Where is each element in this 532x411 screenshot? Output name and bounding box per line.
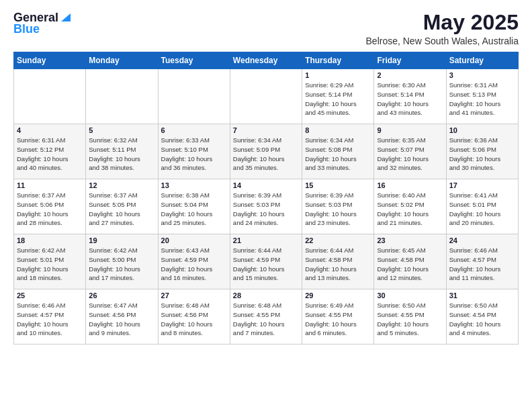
day-number: 5 xyxy=(89,126,154,134)
day-number: 24 xyxy=(449,236,515,244)
calendar-cell: 19Sunrise: 6:42 AM Sunset: 5:00 PM Dayli… xyxy=(86,234,158,289)
day-info: Sunrise: 6:29 AM Sunset: 5:14 PM Dayligh… xyxy=(305,81,371,118)
day-number: 11 xyxy=(17,181,83,189)
calendar-cell: 24Sunrise: 6:46 AM Sunset: 4:57 PM Dayli… xyxy=(446,234,518,289)
day-number: 26 xyxy=(89,291,154,300)
day-number: 8 xyxy=(305,126,371,134)
calendar-cell: 2Sunrise: 6:30 AM Sunset: 5:14 PM Daylig… xyxy=(374,69,446,124)
day-info: Sunrise: 6:35 AM Sunset: 5:07 PM Dayligh… xyxy=(377,136,443,173)
day-number: 12 xyxy=(89,181,154,189)
calendar-week-row: 4Sunrise: 6:31 AM Sunset: 5:12 PM Daylig… xyxy=(14,124,519,179)
calendar-cell: 14Sunrise: 6:39 AM Sunset: 5:03 PM Dayli… xyxy=(230,179,302,234)
day-number: 27 xyxy=(161,291,227,300)
day-number: 1 xyxy=(305,71,371,79)
day-number: 29 xyxy=(305,291,371,300)
day-info: Sunrise: 6:36 AM Sunset: 5:06 PM Dayligh… xyxy=(449,136,515,173)
calendar-cell: 31Sunrise: 6:50 AM Sunset: 4:54 PM Dayli… xyxy=(446,289,518,345)
day-info: Sunrise: 6:48 AM Sunset: 4:56 PM Dayligh… xyxy=(161,301,227,338)
calendar-cell: 10Sunrise: 6:36 AM Sunset: 5:06 PM Dayli… xyxy=(446,124,518,179)
day-number: 16 xyxy=(377,181,443,189)
day-info: Sunrise: 6:45 AM Sunset: 4:58 PM Dayligh… xyxy=(377,246,443,283)
calendar-cell: 1Sunrise: 6:29 AM Sunset: 5:14 PM Daylig… xyxy=(302,69,374,124)
calendar-cell: 13Sunrise: 6:38 AM Sunset: 5:04 PM Dayli… xyxy=(158,179,230,234)
calendar-week-row: 1Sunrise: 6:29 AM Sunset: 5:14 PM Daylig… xyxy=(14,69,519,124)
calendar-cell: 4Sunrise: 6:31 AM Sunset: 5:12 PM Daylig… xyxy=(14,124,86,179)
day-info: Sunrise: 6:46 AM Sunset: 4:57 PM Dayligh… xyxy=(17,301,83,338)
day-info: Sunrise: 6:39 AM Sunset: 5:03 PM Dayligh… xyxy=(305,191,371,228)
day-info: Sunrise: 6:37 AM Sunset: 5:05 PM Dayligh… xyxy=(89,191,154,228)
weekday-header-friday: Friday xyxy=(374,52,446,69)
day-number: 13 xyxy=(161,181,227,189)
day-number: 31 xyxy=(449,291,515,300)
day-number: 15 xyxy=(305,181,371,189)
day-info: Sunrise: 6:47 AM Sunset: 4:56 PM Dayligh… xyxy=(89,301,154,338)
day-info: Sunrise: 6:42 AM Sunset: 5:00 PM Dayligh… xyxy=(89,246,154,283)
calendar-cell: 3Sunrise: 6:31 AM Sunset: 5:13 PM Daylig… xyxy=(446,69,518,124)
day-number: 7 xyxy=(233,126,299,134)
calendar-cell: 9Sunrise: 6:35 AM Sunset: 5:07 PM Daylig… xyxy=(374,124,446,179)
day-info: Sunrise: 6:34 AM Sunset: 5:09 PM Dayligh… xyxy=(233,136,299,173)
day-info: Sunrise: 6:34 AM Sunset: 5:08 PM Dayligh… xyxy=(305,136,371,173)
day-info: Sunrise: 6:50 AM Sunset: 4:54 PM Dayligh… xyxy=(449,301,515,338)
calendar-cell: 28Sunrise: 6:48 AM Sunset: 4:55 PM Dayli… xyxy=(230,289,302,345)
calendar-cell: 5Sunrise: 6:32 AM Sunset: 5:11 PM Daylig… xyxy=(86,124,158,179)
day-number: 17 xyxy=(449,181,515,189)
day-info: Sunrise: 6:44 AM Sunset: 4:58 PM Dayligh… xyxy=(305,246,371,283)
calendar-cell: 18Sunrise: 6:42 AM Sunset: 5:01 PM Dayli… xyxy=(14,234,86,289)
day-info: Sunrise: 6:37 AM Sunset: 5:06 PM Dayligh… xyxy=(17,191,83,228)
calendar-cell: 20Sunrise: 6:43 AM Sunset: 4:59 PM Dayli… xyxy=(158,234,230,289)
weekday-header-monday: Monday xyxy=(86,52,158,69)
calendar-cell: 30Sunrise: 6:50 AM Sunset: 4:55 PM Dayli… xyxy=(374,289,446,345)
day-info: Sunrise: 6:39 AM Sunset: 5:03 PM Dayligh… xyxy=(233,191,299,228)
calendar-cell: 11Sunrise: 6:37 AM Sunset: 5:06 PM Dayli… xyxy=(14,179,86,234)
calendar-week-row: 11Sunrise: 6:37 AM Sunset: 5:06 PM Dayli… xyxy=(14,179,519,234)
day-number: 6 xyxy=(161,126,227,134)
calendar-cell: 22Sunrise: 6:44 AM Sunset: 4:58 PM Dayli… xyxy=(302,234,374,289)
calendar-cell: 23Sunrise: 6:45 AM Sunset: 4:58 PM Dayli… xyxy=(374,234,446,289)
day-info: Sunrise: 6:46 AM Sunset: 4:57 PM Dayligh… xyxy=(449,246,515,283)
calendar-cell xyxy=(14,69,86,124)
calendar-cell: 12Sunrise: 6:37 AM Sunset: 5:05 PM Dayli… xyxy=(86,179,158,234)
calendar-cell: 25Sunrise: 6:46 AM Sunset: 4:57 PM Dayli… xyxy=(14,289,86,345)
day-number: 28 xyxy=(233,291,299,300)
calendar-cell: 6Sunrise: 6:33 AM Sunset: 5:10 PM Daylig… xyxy=(158,124,230,179)
weekday-header-sunday: Sunday xyxy=(14,52,86,69)
day-info: Sunrise: 6:42 AM Sunset: 5:01 PM Dayligh… xyxy=(17,246,83,283)
page: General Blue May 2025 Belrose, New South… xyxy=(0,0,532,411)
calendar-title: May 2025 xyxy=(366,11,519,34)
day-number: 18 xyxy=(17,236,83,244)
day-info: Sunrise: 6:38 AM Sunset: 5:04 PM Dayligh… xyxy=(161,191,227,228)
day-number: 25 xyxy=(17,291,83,300)
header: General Blue May 2025 Belrose, New South… xyxy=(13,11,519,46)
day-number: 2 xyxy=(377,71,443,79)
calendar-subtitle: Belrose, New South Wales, Australia xyxy=(366,36,519,46)
day-info: Sunrise: 6:49 AM Sunset: 4:55 PM Dayligh… xyxy=(305,301,371,338)
day-info: Sunrise: 6:31 AM Sunset: 5:12 PM Dayligh… xyxy=(17,136,83,173)
day-number: 10 xyxy=(449,126,515,134)
calendar-cell: 15Sunrise: 6:39 AM Sunset: 5:03 PM Dayli… xyxy=(302,179,374,234)
calendar-cell: 26Sunrise: 6:47 AM Sunset: 4:56 PM Dayli… xyxy=(86,289,158,345)
calendar-cell: 29Sunrise: 6:49 AM Sunset: 4:55 PM Dayli… xyxy=(302,289,374,345)
calendar-cell: 8Sunrise: 6:34 AM Sunset: 5:08 PM Daylig… xyxy=(302,124,374,179)
calendar-cell: 21Sunrise: 6:44 AM Sunset: 4:59 PM Dayli… xyxy=(230,234,302,289)
weekday-header-wednesday: Wednesday xyxy=(230,52,302,69)
day-number: 4 xyxy=(17,126,83,134)
day-number: 23 xyxy=(377,236,443,244)
day-info: Sunrise: 6:40 AM Sunset: 5:02 PM Dayligh… xyxy=(377,191,443,228)
day-info: Sunrise: 6:31 AM Sunset: 5:13 PM Dayligh… xyxy=(449,81,515,118)
weekday-header-row: SundayMondayTuesdayWednesdayThursdayFrid… xyxy=(14,52,519,69)
calendar-cell xyxy=(158,69,230,124)
logo: General Blue xyxy=(13,11,72,36)
calendar-cell: 17Sunrise: 6:41 AM Sunset: 5:01 PM Dayli… xyxy=(446,179,518,234)
day-info: Sunrise: 6:32 AM Sunset: 5:11 PM Dayligh… xyxy=(89,136,154,173)
weekday-header-tuesday: Tuesday xyxy=(158,52,230,69)
title-block: May 2025 Belrose, New South Wales, Austr… xyxy=(366,11,519,46)
weekday-header-saturday: Saturday xyxy=(446,52,518,69)
calendar-cell: 7Sunrise: 6:34 AM Sunset: 5:09 PM Daylig… xyxy=(230,124,302,179)
calendar-week-row: 25Sunrise: 6:46 AM Sunset: 4:57 PM Dayli… xyxy=(14,289,519,345)
calendar-cell xyxy=(230,69,302,124)
day-number: 20 xyxy=(161,236,227,244)
logo-triangle-icon xyxy=(60,11,72,23)
day-info: Sunrise: 6:48 AM Sunset: 4:55 PM Dayligh… xyxy=(233,301,299,338)
day-number: 9 xyxy=(377,126,443,134)
